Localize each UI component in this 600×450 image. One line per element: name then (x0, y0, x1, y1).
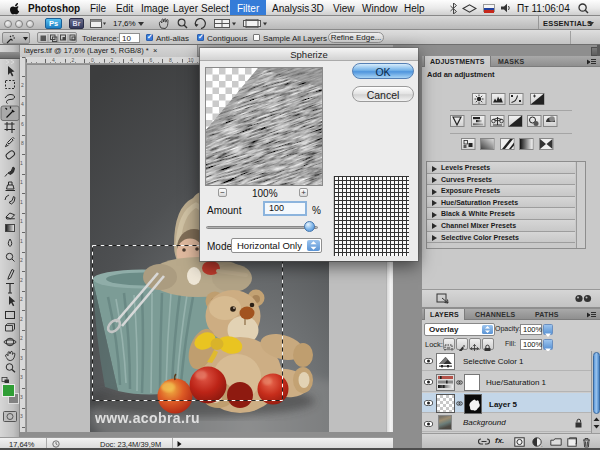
svg-text:1: 1 (20, 218, 23, 224)
svg-text:3: 3 (20, 413, 23, 419)
svg-text:4: 4 (52, 57, 55, 63)
svg-text:2: 2 (20, 277, 23, 283)
svg-text:3: 3 (20, 374, 23, 380)
svg-text:2: 2 (20, 316, 23, 322)
svg-text:10: 10 (188, 57, 194, 63)
svg-text:8: 8 (21, 140, 24, 146)
svg-text:0: 0 (91, 57, 94, 63)
svg-text:4: 4 (130, 57, 133, 63)
svg-text:2: 2 (72, 57, 75, 63)
svg-text:1: 1 (20, 160, 23, 166)
svg-text:6: 6 (150, 57, 153, 63)
svg-text:www.acobra.ru: www.acobra.ru (94, 410, 200, 426)
svg-text:4: 4 (21, 101, 24, 107)
svg-text:2: 2 (20, 335, 23, 341)
svg-text:3: 3 (20, 355, 23, 361)
svg-text:2: 2 (111, 57, 114, 63)
svg-text:1: 1 (20, 199, 23, 205)
svg-text:2: 2 (20, 296, 23, 302)
svg-text:1: 1 (20, 179, 23, 185)
svg-text:2: 2 (21, 82, 24, 88)
svg-text:6: 6 (21, 121, 24, 127)
svg-text:8: 8 (169, 57, 172, 63)
svg-text:.: . (541, 442, 543, 448)
svg-text:1: 1 (20, 238, 23, 244)
svg-text:3: 3 (20, 394, 23, 400)
svg-text:2: 2 (20, 257, 23, 263)
